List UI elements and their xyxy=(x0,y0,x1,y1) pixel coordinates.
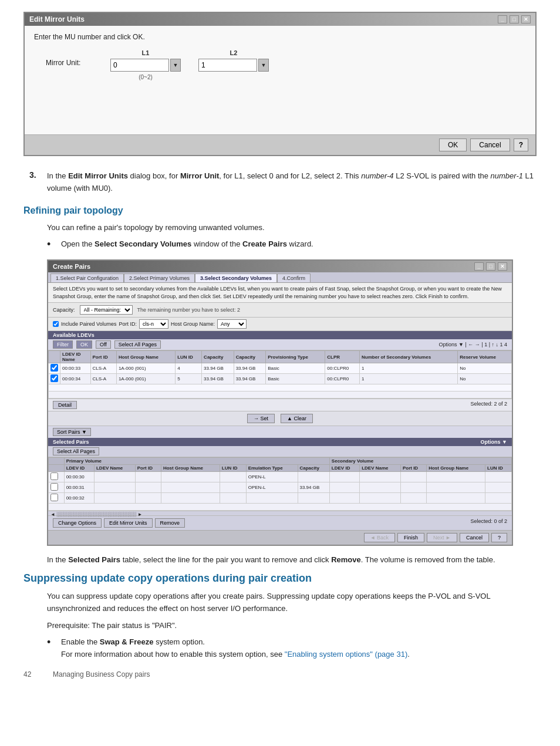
sth-sec-lun-id: LUN ID xyxy=(485,465,512,472)
cp-instruction: Select LDEVs you want to set to secondar… xyxy=(48,283,512,303)
selected-pairs-section: Selected Pairs Options ▼ xyxy=(48,438,512,446)
sth-ldev-name: LDEV Name xyxy=(94,465,135,472)
ok-filter-btn[interactable]: OK xyxy=(76,340,92,349)
set-clear-row: → Set ▲ Clear xyxy=(48,411,512,426)
sel-row2-hg xyxy=(161,482,220,493)
table-row[interactable]: 00:00:34 CLS-A 1A-000 (001) 5 33.94 GB 3… xyxy=(49,374,512,384)
more-info-text: For more information about how to enable… xyxy=(61,650,285,659)
cp-minimize-button[interactable]: _ xyxy=(474,262,484,271)
selected-pair-row[interactable]: 00:00:32 xyxy=(49,493,512,504)
sel-row2-sec-port xyxy=(400,482,426,493)
sel-row1-cb[interactable] xyxy=(50,472,58,480)
select-all-pages-btn[interactable]: Select All Pages xyxy=(53,447,99,455)
change-options-btn[interactable]: Change Options xyxy=(53,518,102,528)
sort-pairs-button[interactable]: Sort Pairs ▼ xyxy=(53,428,91,436)
l1-dropdown-arrow[interactable]: ▼ xyxy=(170,59,181,72)
finish-button[interactable]: Finish xyxy=(397,533,424,542)
suppressing-heading: Suppressing update copy operations durin… xyxy=(23,572,537,585)
sth-lun-id: LUN ID xyxy=(220,465,246,472)
available-ldevs-table: LDEV IDName Port ID Host Group Name LUN … xyxy=(48,350,512,399)
cp-remaining-text: The remaining number you have to select:… xyxy=(137,307,241,313)
ok-button[interactable]: OK xyxy=(439,139,467,151)
cp-detail-row: Detail Selected: 2 of 2 xyxy=(48,399,512,411)
set-button[interactable]: → Set xyxy=(247,414,275,423)
titlebar-buttons: _ □ ✕ xyxy=(498,15,531,23)
sel-row2-sec-lun xyxy=(485,482,512,493)
cancel-nav-btn[interactable]: Cancel xyxy=(460,533,489,542)
cp-tab-4[interactable]: 4.Confirm xyxy=(277,274,311,282)
sel-row1-hg xyxy=(161,472,220,482)
bullet-dot: • xyxy=(47,238,55,251)
minimize-button[interactable]: _ xyxy=(498,15,507,23)
table-row[interactable]: 00:00:33 CLS-A 1A-000 (001) 4 33.94 GB 3… xyxy=(49,363,512,374)
sel-row3-sec-lun xyxy=(485,493,512,504)
sel-row3-cb[interactable] xyxy=(50,494,58,501)
suppressing-bullet-dot: • xyxy=(47,636,55,661)
cp-title: Create Pairs xyxy=(53,263,90,270)
filter-btn[interactable]: Filter xyxy=(53,340,73,349)
cp-tab-2[interactable]: 2.Select Primary Volumes xyxy=(124,274,195,282)
sel-row2-cap: 33.94 GB xyxy=(298,482,329,493)
th-checkbox xyxy=(49,351,60,363)
off-btn[interactable]: Off xyxy=(96,340,111,349)
back-button[interactable]: ◄ Back xyxy=(364,533,395,542)
sth-sec-host-group: Host Group Name xyxy=(427,465,485,472)
cp-tab-3[interactable]: 3.Select Secondary Volumes xyxy=(195,274,277,282)
cp-host-group-filter[interactable]: Any xyxy=(217,319,247,329)
close-button[interactable]: ✕ xyxy=(521,15,531,23)
sel-row1-emul: OPEN-L xyxy=(246,472,298,482)
row1-reserve: No xyxy=(458,363,512,374)
sth-sec-ldev-name: LDEV Name xyxy=(360,465,401,472)
cp-tab-1[interactable]: 1.Select Pair Configuration xyxy=(50,274,124,282)
clear-button[interactable]: ▲ Clear xyxy=(281,414,313,423)
remove-btn[interactable]: Remove xyxy=(155,518,185,528)
l1-input[interactable] xyxy=(110,59,169,72)
row1-checkbox[interactable] xyxy=(50,364,58,372)
mirror-unit-label: Mirror Unit: xyxy=(46,49,93,67)
selected-pairs-options: Options ▼ xyxy=(481,439,507,445)
row2-checkbox[interactable] xyxy=(50,374,58,382)
refining-body: You can refine a pair's topology by remo… xyxy=(23,222,537,234)
available-ldevs-title: Available LDEVs xyxy=(48,331,512,339)
enabling-options-link[interactable]: "Enabling system options" (page 31) xyxy=(285,650,407,659)
cp-footer-buttons: Change Options Edit Mirror Units Remove … xyxy=(48,515,512,530)
row1-ldev-id: 00:00:33 xyxy=(60,363,91,374)
sel-row2-emul: OPEN-L xyxy=(246,482,298,493)
step-text: In the Edit Mirror Units dialog box, for… xyxy=(47,170,537,195)
create-pairs-dialog: Create Pairs _ □ ✕ 1.Select Pair Configu… xyxy=(47,259,513,546)
l2-dropdown-arrow[interactable]: ▼ xyxy=(258,59,269,72)
sth-cb xyxy=(49,465,65,472)
sel-row2-port xyxy=(135,482,161,493)
l2-field-col: L2 ▼ xyxy=(198,49,269,72)
sel-row1-lun xyxy=(220,472,246,482)
selected-pair-row[interactable]: 00:00:30 OPEN-L xyxy=(49,472,512,482)
page-footer: 42 Managing Business Copy pairs xyxy=(23,670,537,679)
cp-capacity-select[interactable]: All - Remaining: 2 xyxy=(80,305,133,315)
th-num-sec: Number of Secondary Volumes xyxy=(360,351,458,363)
l1-field-col: L1 ▼ (0~2) xyxy=(110,49,181,80)
cp-tabs: 1.Select Pair Configuration 2.Select Pri… xyxy=(48,272,512,283)
suppressing-prereq: Prerequisite: The pair status is "PAIR". xyxy=(23,620,537,632)
detail-button[interactable]: Detail xyxy=(53,401,77,409)
l2-input[interactable] xyxy=(198,59,257,72)
sel-row2-cb[interactable] xyxy=(50,483,58,491)
cp-port-filter[interactable]: cls-n xyxy=(139,319,168,329)
selected-pair-row[interactable]: 00:00:31 OPEN-L 33.94 GB xyxy=(49,482,512,493)
next-button[interactable]: Next ► xyxy=(427,533,457,542)
help-button[interactable]: ? xyxy=(514,139,528,151)
h-scrollbar[interactable]: ◄ ░░░░░░░░░░░░░░░░░░░░░░░░ ► xyxy=(50,512,142,517)
suppressing-bullet: • Enable the Swap & Freeze system option… xyxy=(23,636,537,661)
select-all-btn[interactable]: Select All Pages xyxy=(114,340,161,349)
cp-close-button[interactable]: ✕ xyxy=(498,262,507,271)
cp-restore-button[interactable]: □ xyxy=(486,262,495,271)
row1-host-group: 1A-000 (001) xyxy=(116,363,175,374)
sel-row3-sec-port xyxy=(400,493,426,504)
cancel-button[interactable]: Cancel xyxy=(470,139,510,151)
selected-count: Selected: 2 of 2 xyxy=(470,401,507,407)
edit-mirror-units-btn[interactable]: Edit Mirror Units xyxy=(104,518,153,528)
sel-row2-ldev: 00:00:31 xyxy=(64,482,94,493)
help-nav-btn[interactable]: ? xyxy=(491,533,507,542)
include-paired-checkbox[interactable] xyxy=(53,321,59,327)
restore-button[interactable]: □ xyxy=(510,15,519,23)
l1-range-hint: (0~2) xyxy=(139,74,153,80)
